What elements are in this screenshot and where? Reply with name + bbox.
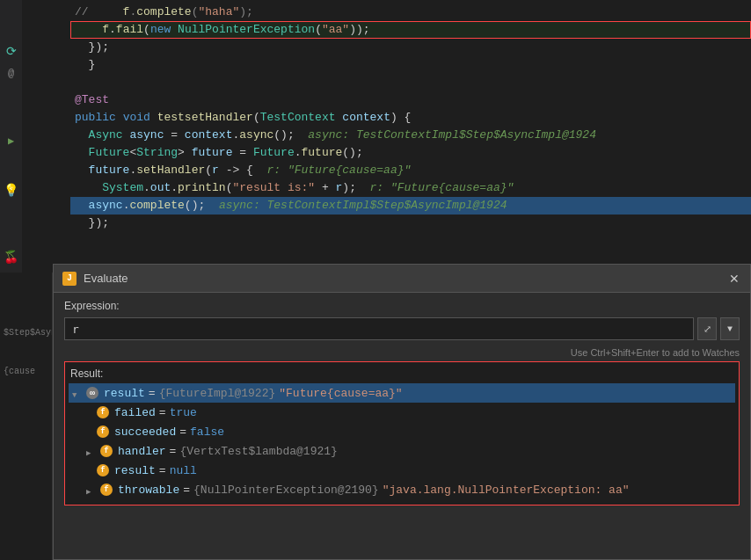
result-row-throwable[interactable]: f throwable = {NullPointerException@2190… [69, 480, 735, 499]
dialog-title: Evaluate [84, 272, 720, 285]
evaluate-icon: J [62, 272, 77, 286]
code-line [70, 74, 751, 91]
code-line: } [70, 56, 751, 74]
code-line: @Test [70, 91, 751, 109]
f-badge: f [100, 445, 113, 457]
expression-input[interactable] [64, 317, 694, 340]
debug-strip-text: $Step$Async {cause [0, 273, 52, 389]
code-line: future.setHandler(r -> { r: "Future{caus… [70, 162, 751, 179]
result-label: Result: [69, 367, 735, 380]
code-line-highlighted: async.complete(); async: TestContextImpl… [70, 197, 751, 215]
dialog-body: Expression: ⤢ ▼ Use Ctrl+Shift+Enter to … [54, 293, 750, 516]
code-line: public void testsetHandler(TestContext c… [70, 109, 751, 127]
f-badge: f [97, 464, 109, 476]
f-badge: f [100, 484, 113, 496]
debug-strip: $Step$Async {cause [0, 273, 53, 560]
f-badge: f [97, 406, 109, 418]
sync-icon[interactable]: ⟳ [4, 44, 18, 58]
result-row-failed[interactable]: f failed = true [69, 403, 735, 422]
code-line: Async async = context.async(); async: Te… [70, 127, 751, 144]
code-line: // f.complete("haha"); [70, 4, 751, 21]
evaluate-dialog: J Evaluate ✕ Expression: ⤢ ▼ Use Ctrl+Sh… [53, 264, 751, 560]
code-line-fail: f.fail(new NullPointerException("aa")); [70, 21, 751, 39]
result-row-handler[interactable]: f handler = {VertxTest$lambda@1921} [69, 441, 735, 461]
infinity-badge: ∞ [86, 387, 98, 399]
expand-button[interactable]: ⤢ [697, 317, 717, 340]
close-button[interactable]: ✕ [727, 272, 741, 286]
watches-hint: Use Ctrl+Shift+Enter to add to Watches [64, 347, 740, 358]
cherry-icon[interactable]: 🍒 [4, 250, 18, 264]
left-sidebar: ⟳ @ ▶ 💡 🍒 [0, 0, 22, 273]
code-line: Future<String> future = Future.future(); [70, 144, 751, 162]
result-area: Result: ∞ result = {FutureImpl@1922} "Fu… [64, 361, 740, 505]
result-row-succeeded[interactable]: f succeeded = false [69, 422, 735, 441]
dialog-header: J Evaluate ✕ [54, 265, 750, 293]
expression-label: Expression: [64, 300, 740, 312]
expression-input-row: ⤢ ▼ [64, 317, 740, 340]
play-icon[interactable]: ▶ [4, 134, 18, 148]
code-line: }); [70, 39, 751, 56]
f-badge: f [97, 425, 109, 438]
result-row-result[interactable]: f result = null [69, 461, 735, 480]
expand-icon[interactable] [86, 446, 97, 456]
at-icon[interactable]: @ [4, 67, 18, 81]
expand-icon[interactable] [86, 484, 97, 495]
editor-area: // f.complete("haha"); f.fail(new NullPo… [22, 0, 751, 273]
code-line: System.out.println("result is:" + r); r:… [70, 179, 751, 197]
code-content: // f.complete("haha"); f.fail(new NullPo… [70, 0, 751, 232]
result-row-root[interactable]: ∞ result = {FutureImpl@1922} "Future{cau… [69, 383, 735, 403]
bulb-icon[interactable]: 💡 [4, 183, 18, 197]
dropdown-button[interactable]: ▼ [720, 317, 740, 340]
code-line: }); [70, 215, 751, 232]
expand-icon[interactable] [72, 388, 83, 398]
